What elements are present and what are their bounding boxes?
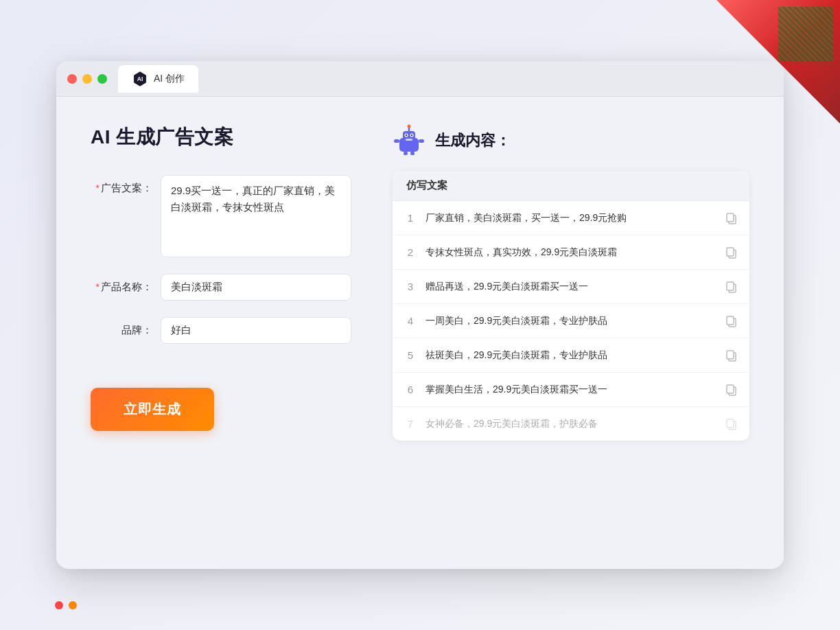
svg-text:AI: AI — [137, 75, 143, 82]
bottom-decoration — [55, 601, 77, 609]
row-number: 7 — [404, 418, 417, 430]
results-rows: 1 厂家直销，美白淡斑霜，买一送一，29.9元抢购 2 专抹女性斑点，真实功效，… — [393, 201, 749, 441]
table-row: 1 厂家直销，美白淡斑霜，买一送一，29.9元抢购 — [393, 201, 749, 235]
row-text: 赠品再送，29.9元美白淡斑霜买一送一 — [425, 279, 716, 294]
robot-icon — [393, 124, 425, 157]
svg-point-8 — [406, 135, 407, 136]
window-controls — [67, 74, 107, 84]
row-text: 专抹女性斑点，真实功效，29.9元美白淡斑霜 — [425, 245, 716, 259]
results-table: 仿写文案 1 厂家直销，美白淡斑霜，买一送一，29.9元抢购 2 专抹女性斑点，… — [393, 171, 749, 441]
copy-icon[interactable] — [725, 246, 738, 259]
product-name-group: *产品名称： — [91, 274, 351, 301]
title-bar: AI AI 创作 — [56, 61, 784, 97]
copy-icon[interactable] — [725, 349, 738, 362]
generate-button[interactable]: 立即生成 — [91, 388, 214, 431]
results-title: 生成内容： — [435, 130, 511, 151]
copy-icon[interactable] — [725, 314, 738, 328]
results-header: 生成内容： — [393, 124, 749, 157]
svg-rect-26 — [727, 385, 734, 393]
svg-rect-11 — [394, 139, 399, 143]
browser-window: AI AI 创作 AI 生成广告文案 *广告文案： 29.9买一送一，真正的厂家… — [56, 61, 784, 569]
row-text: 掌握美白生活，29.9元美白淡斑霜买一送一 — [425, 382, 716, 397]
svg-rect-18 — [727, 248, 734, 256]
row-text: 女神必备，29.9元美白淡斑霜，护肤必备 — [425, 417, 716, 431]
main-content: AI 生成广告文案 *广告文案： 29.9买一送一，真正的厂家直销，美白淡斑霜，… — [56, 97, 784, 563]
dot-red — [55, 601, 63, 609]
right-panel: 生成内容： 仿写文案 1 厂家直销，美白淡斑霜，买一送一，29.9元抢购 2 专… — [393, 124, 749, 536]
table-row: 6 掌握美白生活，29.9元美白淡斑霜买一送一 — [393, 373, 749, 407]
row-number: 3 — [404, 281, 417, 292]
copy-icon[interactable] — [725, 280, 738, 294]
svg-rect-14 — [410, 152, 415, 155]
svg-rect-10 — [406, 139, 412, 141]
product-name-required: * — [95, 281, 100, 292]
ad-copy-group: *广告文案： 29.9买一送一，真正的厂家直销，美白淡斑霜，专抹女性斑点 — [91, 175, 351, 257]
copy-icon[interactable] — [725, 417, 738, 431]
left-panel: AI 生成广告文案 *广告文案： 29.9买一送一，真正的厂家直销，美白淡斑霜，… — [91, 124, 351, 536]
maximize-button[interactable] — [97, 74, 107, 84]
ad-copy-label: *广告文案： — [91, 175, 152, 195]
svg-point-9 — [411, 135, 412, 136]
product-name-label: *产品名称： — [91, 274, 152, 294]
svg-rect-24 — [727, 351, 734, 359]
tab-ai-creation[interactable]: AI AI 创作 — [118, 65, 198, 93]
table-row: 2 专抹女性斑点，真实功效，29.9元美白淡斑霜 — [393, 235, 749, 270]
row-number: 1 — [404, 212, 417, 224]
row-number: 6 — [404, 384, 417, 395]
row-text: 祛斑美白，29.9元美白淡斑霜，专业护肤品 — [425, 348, 716, 362]
brand-group: 品牌： — [91, 317, 351, 344]
dot-orange — [69, 601, 77, 609]
minimize-button[interactable] — [82, 74, 92, 84]
svg-rect-28 — [727, 419, 734, 428]
row-number: 2 — [404, 246, 417, 258]
svg-point-5 — [408, 125, 411, 128]
row-number: 4 — [404, 315, 417, 327]
ad-copy-required: * — [95, 182, 100, 194]
brand-label: 品牌： — [91, 317, 152, 337]
svg-rect-12 — [419, 139, 424, 143]
svg-rect-13 — [404, 152, 408, 155]
table-row: 5 祛斑美白，29.9元美白淡斑霜，专业护肤品 — [393, 338, 749, 373]
svg-rect-16 — [727, 213, 734, 222]
table-row: 3 赠品再送，29.9元美白淡斑霜买一送一 — [393, 270, 749, 304]
table-row: 4 一周美白，29.9元美白淡斑霜，专业护肤品 — [393, 304, 749, 338]
table-header: 仿写文案 — [393, 171, 749, 201]
brand-input[interactable] — [161, 317, 351, 344]
copy-icon[interactable] — [725, 383, 738, 397]
table-row: 7 女神必备，29.9元美白淡斑霜，护肤必备 — [393, 407, 749, 441]
tab-label: AI 创作 — [154, 73, 185, 85]
svg-rect-20 — [727, 282, 734, 290]
svg-rect-22 — [727, 316, 734, 325]
ai-tab-icon: AI — [132, 71, 148, 87]
row-number: 5 — [404, 349, 417, 361]
row-text: 一周美白，29.9元美白淡斑霜，专业护肤品 — [425, 314, 716, 328]
copy-icon[interactable] — [725, 211, 738, 225]
close-button[interactable] — [67, 74, 77, 84]
panel-title: AI 生成广告文案 — [91, 124, 351, 150]
product-name-input[interactable] — [161, 274, 351, 301]
ad-copy-input[interactable]: 29.9买一送一，真正的厂家直销，美白淡斑霜，专抹女性斑点 — [161, 175, 351, 257]
row-text: 厂家直销，美白淡斑霜，买一送一，29.9元抢购 — [425, 211, 716, 225]
